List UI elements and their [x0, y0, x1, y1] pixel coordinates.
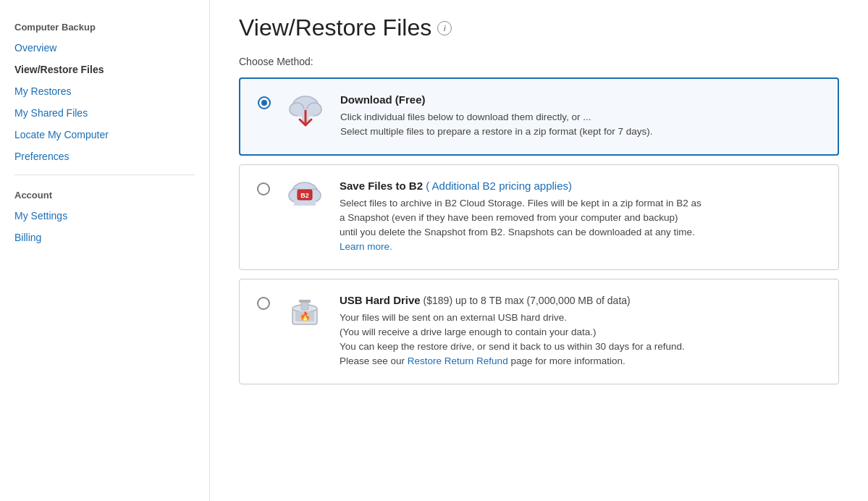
usb-icon: 🔥	[283, 294, 326, 329]
method-title-download: Download (Free)	[340, 93, 820, 106]
choose-method-label: Choose Method:	[239, 56, 839, 67]
radio-usb[interactable]	[257, 297, 270, 310]
method-text-usb: USB Hard Drive ($189) up to 8 TB max (7,…	[340, 294, 821, 369]
method-card-usb[interactable]: 🔥 USB Hard Drive ($189) up to 8 TB max (…	[239, 279, 839, 384]
method-desc-download: Click individual files below to download…	[340, 110, 820, 140]
sidebar-item-my-settings[interactable]: My Settings	[0, 205, 209, 227]
method-title-b2: Save Files to B2 ( Additional B2 pricing…	[340, 180, 821, 192]
radio-download[interactable]	[258, 96, 271, 109]
svg-rect-17	[299, 300, 311, 303]
svg-text:🔥: 🔥	[300, 311, 311, 321]
sidebar-item-overview[interactable]: Overview	[0, 37, 209, 59]
svg-text:B2: B2	[300, 192, 309, 199]
method-text-download: Download (Free) Click individual files b…	[340, 93, 820, 140]
method-desc-b2: Select files to archive in B2 Cloud Stor…	[340, 196, 821, 255]
sidebar-item-my-restores[interactable]: My Restores	[0, 80, 209, 102]
method-title-usb: USB Hard Drive ($189) up to 8 TB max (7,…	[340, 294, 821, 306]
method-card-b2[interactable]: B2 Save Files to B2 ( Additional B2 pric…	[239, 164, 839, 270]
sidebar: Computer Backup Overview View/Restore Fi…	[0, 0, 210, 501]
sidebar-divider	[14, 174, 195, 175]
page-title-text: View/Restore Files	[239, 14, 431, 41]
sidebar-item-view-restore[interactable]: View/Restore Files	[0, 59, 209, 80]
method-card-download[interactable]: Download (Free) Click individual files b…	[239, 77, 839, 156]
download-icon	[284, 93, 327, 128]
method-text-b2: Save Files to B2 ( Additional B2 pricing…	[340, 180, 821, 255]
sidebar-item-locate-computer[interactable]: Locate My Computer	[0, 124, 209, 146]
sidebar-item-my-shared-files[interactable]: My Shared Files	[0, 102, 209, 124]
main-content: View/Restore Files i Choose Method: Down…	[210, 0, 868, 501]
sidebar-section-backup: Computer Backup	[0, 14, 209, 37]
usb-restore-refund-link[interactable]: Restore Return Refund	[408, 355, 508, 366]
b2-learn-more-link[interactable]: Learn more.	[340, 241, 392, 252]
sidebar-item-preferences[interactable]: Preferences	[0, 146, 209, 167]
b2-icon: B2	[283, 180, 326, 214]
method-desc-usb: Your files will be sent on an external U…	[340, 311, 821, 369]
sidebar-item-billing[interactable]: Billing	[0, 227, 209, 248]
radio-b2[interactable]	[257, 182, 270, 195]
page-title: View/Restore Files i	[239, 14, 839, 41]
info-icon[interactable]: i	[437, 21, 452, 35]
sidebar-section-account: Account	[0, 182, 209, 205]
